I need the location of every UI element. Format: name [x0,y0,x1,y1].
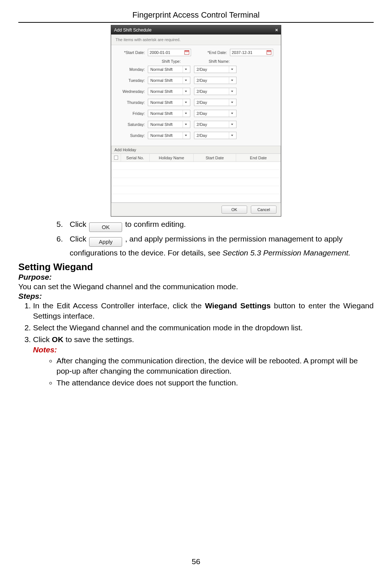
day-label: Monday: [115,67,148,72]
shift-name-value: 2/Day [197,100,207,105]
ok-button-inline[interactable]: OK [89,222,122,232]
shift-name-select[interactable]: 2/Day [194,99,237,106]
chevron-down-icon [229,99,235,106]
day-label: Tuesday: [115,78,148,83]
chevron-down-icon [229,132,235,139]
list-item: In the Edit Access Controller interface,… [33,301,374,321]
text: Click [33,335,52,344]
list-item: Select the Wiegand channel and the commu… [33,323,374,333]
chevron-down-icon [183,132,188,139]
shift-type-select[interactable]: Normal Shift [148,121,190,128]
end-date-value: 2037-12-31 [232,50,252,55]
dialog-cancel-button[interactable]: Cancel [251,206,276,214]
calendar-icon[interactable] [184,50,189,55]
page-number: 56 [18,550,374,566]
day-row: Saturday:Normal Shift2/Day [115,121,277,128]
shift-name-select[interactable]: 2/Day [194,121,237,128]
chevron-down-icon [183,66,188,73]
table-row [111,170,281,178]
day-row: Monday:Normal Shift2/Day [115,66,277,73]
table-row [111,186,281,194]
shift-name-value: 2/Day [197,122,207,127]
shift-name-select[interactable]: 2/Day [194,88,237,95]
text-bold: Wiegand Settings [205,301,271,310]
shift-type-select[interactable]: Normal Shift [148,99,190,106]
table-row [111,178,281,186]
shift-type-select[interactable]: Normal Shift [148,110,190,117]
chevron-down-icon [183,88,188,95]
chevron-down-icon [229,121,235,128]
section-reference: Section 5.3 Permission Management. [223,248,351,257]
page-header: Fingerprint Access Control Terminal [18,10,374,23]
chevron-down-icon [183,110,188,117]
shift-name-value: 2/Day [197,67,207,72]
table-row [111,194,281,202]
chevron-down-icon [183,77,188,84]
text-bold: OK [52,335,63,344]
dialog-notice: The items with asterisk are required. [111,35,281,45]
shift-name-select[interactable]: 2/Day [194,132,237,139]
close-icon[interactable]: × [275,27,278,33]
calendar-icon[interactable] [267,50,271,55]
shift-type-select[interactable]: Normal Shift [148,88,190,95]
shift-name-value: 2/Day [197,133,207,138]
shift-type-value: Normal Shift [150,111,173,116]
shift-type-value: Normal Shift [150,133,173,138]
day-row: Sunday:Normal Shift2/Day [115,132,277,139]
shift-name-value: 2/Day [197,89,207,94]
chevron-down-icon [183,121,188,128]
day-row: Tuesday:Normal Shift2/Day [115,77,277,84]
list-item: After changing the communication directi… [56,356,374,376]
shift-type-select[interactable]: Normal Shift [148,66,190,73]
list-item: The attendance device does not support t… [56,378,374,388]
steps-label: Steps: [18,292,374,301]
shift-type-value: Normal Shift [150,122,173,127]
notes-label: Notes: [33,345,374,355]
shift-type-value: Normal Shift [150,67,173,72]
day-row: Wednesday:Normal Shift2/Day [115,88,277,95]
holiday-table: Serial No. Holiday Name Start Date End D… [111,154,281,203]
text: to confirm editing. [125,220,186,228]
shift-type-value: Normal Shift [150,89,173,94]
step-number: 5. [56,218,70,232]
day-label: Wednesday: [115,89,148,94]
text: In the Edit Access Controller interface,… [33,301,205,310]
section-heading: Setting Wiegand [18,261,374,273]
shift-name-select[interactable]: 2/Day [194,66,237,73]
day-label: Saturday: [115,122,148,127]
shift-type-header: Shift Type: [115,59,195,63]
end-date-label: *End Date: [201,50,230,55]
purpose-label: Purpose: [18,273,374,282]
shift-name-value: 2/Day [197,111,207,116]
dialog-screenshot: Add Shift Schedule × The items with aste… [18,25,374,217]
purpose-text: You can set the Wiegand channel and the … [18,282,374,292]
shift-name-select[interactable]: 2/Day [194,110,237,117]
start-date-input[interactable]: 2000-01-01 [148,49,191,56]
col-start-date: Start Date [194,154,236,162]
table-row [111,162,281,170]
col-holiday-name: Holiday Name [150,154,194,162]
col-serial: Serial No. [121,154,150,162]
apply-button-inline[interactable]: Apply [89,237,122,247]
shift-type-select[interactable]: Normal Shift [148,132,190,139]
day-row: Friday:Normal Shift2/Day [115,110,277,117]
shift-type-value: Normal Shift [150,100,173,105]
chevron-down-icon [229,66,235,73]
chevron-down-icon [229,110,235,117]
start-date-value: 2000-01-01 [150,50,170,55]
shift-type-select[interactable]: Normal Shift [148,77,190,84]
select-all-checkbox[interactable] [114,156,118,160]
step-number: 6. [56,233,70,259]
shift-name-value: 2/Day [197,78,207,83]
day-row: Thursday:Normal Shift2/Day [115,99,277,106]
step-body: Click Apply , and apply permissions in t… [70,233,374,259]
day-label: Thursday: [115,100,148,105]
day-label: Sunday: [115,133,148,138]
shift-name-select[interactable]: 2/Day [194,77,237,84]
dialog-ok-button[interactable]: OK [221,206,247,214]
start-date-label: *Start Date: [115,50,148,55]
list-item: Click OK to save the settings. Notes: Af… [33,334,374,388]
dialog-titlebar: Add Shift Schedule × [111,25,281,35]
chevron-down-icon [229,88,235,95]
end-date-input[interactable]: 2037-12-31 [230,49,273,56]
